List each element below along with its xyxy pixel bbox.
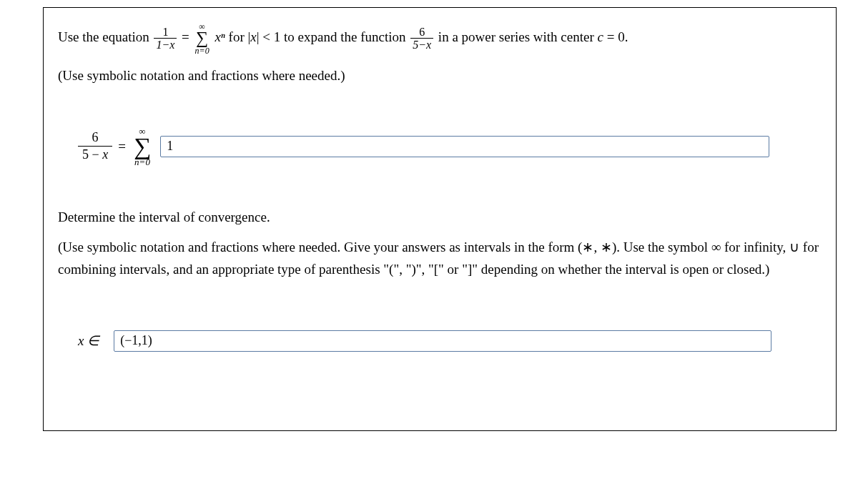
prompt-pre: Use the equation — [58, 29, 152, 44]
lhs-sum: ∞ ∑ n=0 — [134, 127, 151, 167]
sum-symbol: ∞ ∑ n=0 — [195, 22, 209, 55]
prompt-post: in a power series with center c = 0. — [438, 29, 628, 44]
interval-input[interactable] — [114, 330, 771, 352]
problem-container: Use the equation 1 1−x = ∞ ∑ n=0 xⁿ for … — [43, 7, 837, 431]
interval-prompt: Determine the interval of convergence. — [58, 209, 822, 225]
interval-lhs: x ∈ — [78, 332, 99, 349]
lhs-frac: 6 5 − x — [78, 131, 112, 163]
series-answer-row: 6 5 − x = ∞ ∑ n=0 — [78, 127, 822, 167]
interval-hint: (Use symbolic notation and fractions whe… — [58, 237, 822, 280]
interval-answer-row: x ∈ — [78, 330, 822, 352]
series-term-input[interactable] — [160, 136, 769, 157]
series-lhs: 6 5 − x = ∞ ∑ n=0 — [78, 127, 153, 167]
geometric-frac: 1 1−x — [154, 26, 177, 51]
target-frac: 6 5−x — [410, 26, 433, 51]
problem-prompt: Use the equation 1 1−x = ∞ ∑ n=0 xⁿ for … — [58, 22, 822, 55]
notation-hint: (Use symbolic notation and fractions whe… — [58, 68, 822, 84]
condition-text: for |x| < 1 to expand the function — [229, 29, 410, 44]
